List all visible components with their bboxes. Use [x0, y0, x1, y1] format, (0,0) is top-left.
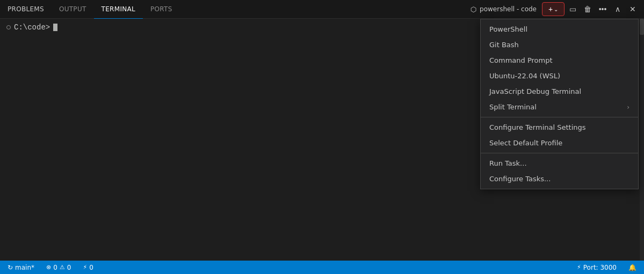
notification-item[interactable]: 🔔 [625, 261, 640, 274]
status-bar-right: ⚡ Port: 3000 🔔 [574, 261, 640, 274]
status-bar-left: ↻ main* ⊗ 0 ⚠ 0 ⚡ 0 [4, 261, 97, 274]
terminal-cursor [53, 24, 57, 31]
bell-icon: 🔔 [628, 264, 636, 271]
menu-item-configure-tasks[interactable]: Configure Tasks... [481, 171, 638, 187]
toolbar-section: ⬡ powershell - code + ⌄ ▭ 🗑 ••• ∧ ✕ [466, 2, 644, 16]
scrollbar[interactable] [640, 19, 644, 261]
menu-item-configure-settings[interactable]: Configure Terminal Settings [481, 120, 638, 135]
chevron-up-icon: ∧ [615, 5, 620, 13]
remote-item[interactable]: ⚡ 0 [79, 261, 96, 274]
warning-count: 0 [67, 264, 71, 271]
error-count: 0 [53, 264, 57, 271]
sync-icon: ↻ [8, 264, 13, 271]
close-icon: ✕ [629, 5, 636, 13]
remote-icon: ⚡ [83, 264, 87, 271]
ellipsis-icon: ••• [599, 5, 607, 13]
tabs-section: PROBLEMS OUTPUT TERMINAL PORTS [0, 0, 466, 19]
menu-item-js-debug[interactable]: JavaScript Debug Terminal [481, 84, 638, 99]
prompt-text: C:\code> [14, 23, 50, 32]
tab-terminal[interactable]: TERMINAL [94, 0, 143, 19]
menu-item-run-task[interactable]: Run Task... [481, 155, 638, 171]
top-row: PROBLEMS OUTPUT TERMINAL PORTS ⬡ powersh… [0, 0, 644, 19]
menu-section-tasks: Run Task... Configure Tasks... [481, 153, 638, 189]
menu-item-powershell[interactable]: PowerShell [481, 21, 638, 37]
errors-item[interactable]: ⊗ 0 ⚠ 0 [43, 261, 74, 274]
split-icon: ▭ [569, 5, 576, 13]
port-label: Port: 3000 [583, 264, 617, 271]
trash-icon: 🗑 [584, 5, 591, 13]
branch-item[interactable]: ↻ main* [4, 261, 38, 274]
status-bar: ↻ main* ⊗ 0 ⚠ 0 ⚡ 0 ⚡ Port: 3000 🔔 [0, 261, 644, 274]
tab-output[interactable]: OUTPUT [52, 0, 94, 19]
kill-terminal-button[interactable]: 🗑 [581, 2, 595, 16]
error-icon: ⊗ [46, 264, 51, 271]
split-terminal-button[interactable]: ▭ [566, 2, 580, 16]
tab-problems[interactable]: PROBLEMS [0, 0, 52, 19]
more-actions-button[interactable]: ••• [596, 2, 610, 16]
branch-name: main* [15, 264, 34, 271]
collapse-panel-button[interactable]: ∧ [611, 2, 625, 16]
menu-item-select-default[interactable]: Select Default Profile [481, 135, 638, 151]
menu-section-profiles: PowerShell Git Bash Command Prompt Ubunt… [481, 19, 638, 117]
port-item[interactable]: ⚡ Port: 3000 [574, 261, 620, 274]
prompt-circle-icon [6, 25, 11, 29]
new-terminal-button[interactable]: + ⌄ [542, 2, 565, 16]
remote-count: 0 [89, 264, 93, 271]
tab-ports[interactable]: PORTS [143, 0, 180, 19]
close-panel-button[interactable]: ✕ [626, 2, 640, 16]
terminal-label: ⬡ powershell - code [471, 5, 537, 13]
terminal-icon: ⬡ [471, 5, 476, 13]
menu-section-settings: Configure Terminal Settings Select Defau… [481, 117, 638, 153]
warning-icon: ⚠ [60, 264, 65, 271]
port-icon: ⚡ [577, 264, 581, 271]
menu-item-ubuntu-wsl[interactable]: Ubuntu-22.04 (WSL) [481, 68, 638, 84]
chevron-right-icon: › [627, 103, 629, 111]
scroll-thumb[interactable] [640, 19, 644, 35]
menu-item-split-terminal[interactable]: Split Terminal › [481, 99, 638, 115]
menu-item-command-prompt[interactable]: Command Prompt [481, 53, 638, 68]
menu-item-git-bash[interactable]: Git Bash [481, 37, 638, 53]
dropdown-menu: PowerShell Git Bash Command Prompt Ubunt… [480, 19, 639, 189]
